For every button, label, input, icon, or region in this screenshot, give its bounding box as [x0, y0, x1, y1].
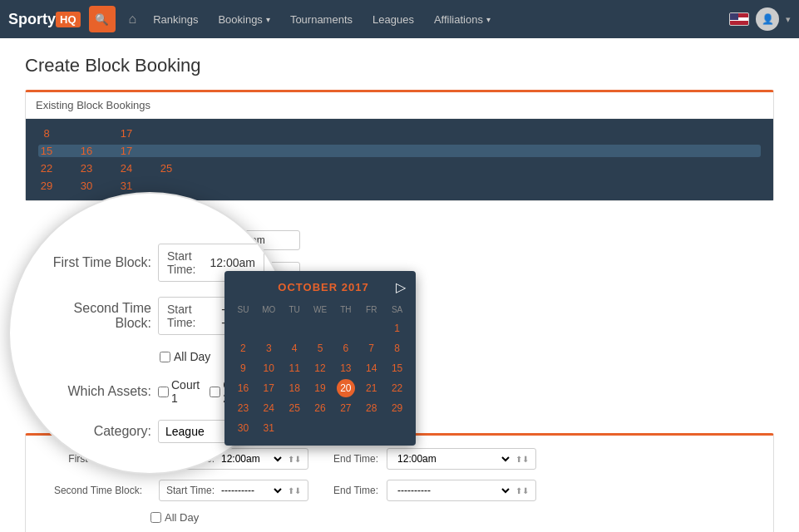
calendar-day: [231, 319, 255, 337]
calendar-day: [385, 419, 409, 437]
calendar-day[interactable]: 15: [385, 359, 409, 377]
bottom-second-time-label: Second Time Block:: [42, 485, 150, 496]
bottom-all-day-row: All Day: [150, 511, 757, 524]
court1-checkbox[interactable]: [166, 318, 177, 329]
day-header-th: TH: [333, 303, 358, 316]
cal-date[interactable]: 24: [118, 162, 135, 175]
calendar-day[interactable]: 20: [337, 379, 355, 397]
logo: Sporty HQ: [8, 11, 81, 28]
asset-court1[interactable]: Court 1: [166, 318, 215, 330]
bottom-end2-group: End Time: ---------- ⬆⬇: [333, 480, 536, 501]
search-button[interactable]: 🔍: [89, 6, 116, 32]
nav-links: Rankings Bookings ▾ Tournaments Leagues …: [143, 0, 501, 38]
calendar-day[interactable]: 10: [257, 359, 281, 377]
calendar-day[interactable]: 26: [308, 399, 333, 417]
bottom-start2-select[interactable]: ----------: [218, 484, 284, 497]
calendar-day[interactable]: 1: [385, 319, 409, 337]
calendar-day[interactable]: 17: [257, 379, 281, 397]
all-day-checkbox-label[interactable]: All Day: [166, 293, 215, 306]
calendar-day: [257, 319, 281, 337]
calendar-day[interactable]: 27: [333, 399, 358, 417]
next-month-button[interactable]: ▷: [396, 279, 406, 295]
day-header-we: WE: [308, 303, 333, 316]
home-button[interactable]: ⌂: [122, 12, 144, 27]
calendar-day[interactable]: 8: [385, 339, 409, 357]
calendar-day[interactable]: 2: [231, 339, 255, 357]
bottom-all-day-label[interactable]: All Day: [150, 511, 199, 524]
calendar-day[interactable]: 6: [333, 339, 358, 357]
cal-date[interactable]: 8: [38, 127, 55, 140]
category-label: Category:: [42, 347, 158, 359]
bottom-end-time-select-group: 12:00am ⬆⬇: [387, 448, 536, 470]
cal-date[interactable]: [158, 145, 175, 157]
bottom-end2-select-group: ---------- ⬆⬇: [387, 480, 536, 501]
nav-bookings[interactable]: Bookings ▾: [208, 0, 279, 38]
logo-hq: HQ: [56, 12, 81, 27]
bottom-end-time-group: End Time: 12:00am ⬆⬇: [333, 448, 536, 470]
calendar-row-2: 15 16 17: [38, 145, 761, 157]
avatar[interactable]: 👤: [756, 7, 779, 31]
search-icon: 🔍: [95, 13, 109, 26]
calendar-day[interactable]: 7: [359, 339, 383, 357]
chevron-down-icon: ⬆⬇: [288, 455, 301, 464]
chevron-down-icon: ⬆⬇: [288, 486, 301, 495]
calendar-day[interactable]: 3: [257, 339, 281, 357]
bottom-start2-group: Start Time: ---------- ⬆⬇: [159, 480, 308, 501]
nav-rankings[interactable]: Rankings: [143, 0, 208, 38]
calendar-day[interactable]: 5: [308, 339, 333, 357]
calendar-day[interactable]: 22: [385, 379, 409, 397]
bottom-end2-select[interactable]: ----------: [394, 484, 512, 497]
all-day-checkbox[interactable]: [166, 294, 177, 305]
cal-date[interactable]: 29: [38, 180, 55, 192]
calendar-day[interactable]: 13: [333, 359, 358, 377]
cal-date[interactable]: [158, 180, 175, 192]
cal-date[interactable]: 25: [158, 162, 175, 175]
day-header-sa: SA: [385, 303, 409, 316]
bottom-start2-label: Start Time:: [166, 485, 215, 496]
nav-leagues[interactable]: Leagues: [363, 0, 424, 38]
bottom-start-time-select[interactable]: 12:00am: [218, 452, 284, 466]
cal-date[interactable]: 23: [78, 162, 95, 175]
cal-date[interactable]: 15: [38, 145, 55, 157]
calendar-day[interactable]: 19: [308, 379, 333, 397]
cal-date[interactable]: 17: [118, 127, 135, 140]
day-header-fr: FR: [359, 303, 383, 316]
nav-tournaments[interactable]: Tournaments: [280, 0, 363, 38]
calendar-day[interactable]: 9: [231, 359, 255, 377]
start-time-label: Start Time:: [174, 234, 222, 246]
calendar-day: [359, 419, 383, 437]
bottom-all-day-checkbox[interactable]: [150, 512, 161, 523]
calendar-day[interactable]: 14: [359, 359, 383, 377]
calendar-strip: 8 17 15 16 17 22 23 24 25: [26, 119, 773, 200]
calendar-day[interactable]: 28: [359, 399, 383, 417]
cal-date[interactable]: 30: [78, 180, 95, 192]
cal-date[interactable]: 17: [118, 145, 135, 157]
calendar-day[interactable]: 31: [257, 419, 281, 437]
calendar-day[interactable]: 24: [257, 399, 281, 417]
start-time-input[interactable]: [226, 234, 293, 246]
calendar-day[interactable]: 12: [308, 359, 333, 377]
calendar-header: OCTOBER 2017 ▷: [224, 271, 416, 303]
calendar-day[interactable]: 23: [231, 399, 255, 417]
nav-affiliations[interactable]: Affiliations ▾: [424, 0, 501, 38]
calendar-day[interactable]: 30: [231, 419, 255, 437]
day-header-tu: TU: [283, 303, 307, 316]
calendar-day[interactable]: 21: [359, 379, 383, 397]
calendar-day[interactable]: 18: [283, 379, 307, 397]
calendar-day[interactable]: 11: [283, 359, 307, 377]
cal-date[interactable]: [158, 127, 175, 140]
chevron-down-icon: ▾: [486, 15, 491, 24]
cal-date[interactable]: 16: [78, 145, 95, 157]
first-time-block-label: First Time Block:: [42, 234, 158, 247]
chevron-down-icon: ⬆⬇: [515, 455, 529, 464]
calendar-day[interactable]: 29: [385, 399, 409, 417]
cal-date[interactable]: [78, 127, 95, 140]
bottom-end-time-select[interactable]: 12:00am: [394, 452, 512, 466]
calendar-day[interactable]: 25: [283, 399, 307, 417]
cal-date[interactable]: 22: [38, 162, 55, 175]
calendar-day: [333, 319, 358, 337]
calendar-day[interactable]: 16: [231, 379, 255, 397]
cal-date[interactable]: 31: [118, 180, 135, 192]
first-time-block-group: Start Time:: [166, 230, 300, 250]
calendar-day[interactable]: 4: [283, 339, 307, 357]
